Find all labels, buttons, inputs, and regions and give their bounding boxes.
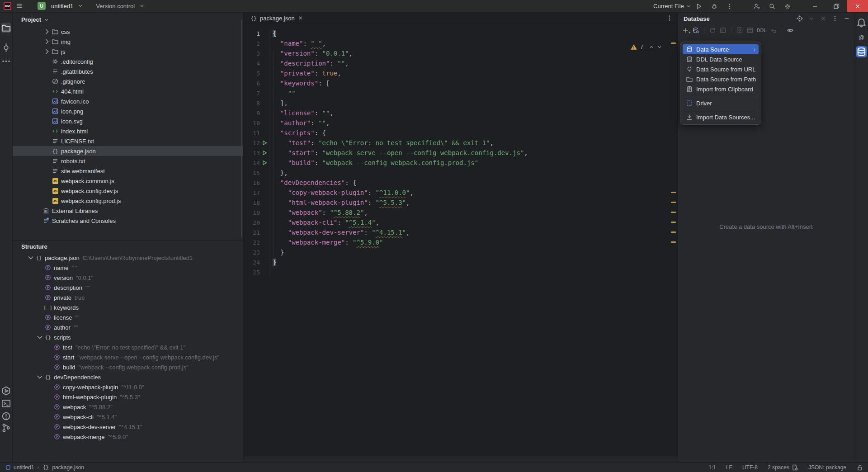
project-item-robots-txt[interactable]: robots.txt (13, 156, 243, 166)
project-item-site-webmanifest[interactable]: site.webmanifest (13, 166, 243, 176)
code-line-18[interactable]: 18 "html-webpack-plugin": "^5.5.3", (244, 198, 678, 208)
structure-item-keywords[interactable]: [ ] keywords (13, 302, 243, 312)
ai-assistant-button[interactable]: @ (856, 32, 867, 43)
code-line-4[interactable]: 4 "description": "", (244, 58, 678, 68)
code-line-17[interactable]: 17 "copy-webpack-plugin": "^11.0.0", (244, 188, 678, 198)
locate-button[interactable] (796, 15, 803, 22)
warning-stripe-mark[interactable] (671, 42, 676, 44)
code-with-me-icon[interactable] (753, 3, 760, 10)
expand-button[interactable] (808, 15, 815, 22)
vcs-widget[interactable]: Version control (96, 3, 135, 9)
code-line-23[interactable]: 23 } (244, 247, 678, 257)
code-line-21[interactable]: 21 "webpack-dev-server": "^4.15.1", (244, 227, 678, 237)
project-item-icon-svg[interactable]: icon.svg (13, 116, 243, 126)
project-item-webpack-config-dev-js[interactable]: JS webpack.config.dev.js (13, 186, 243, 196)
project-item-webpack-common-js[interactable]: JS webpack.common.js (13, 176, 243, 186)
run-icon[interactable] (261, 149, 268, 156)
structure-item-webpack-cli[interactable]: P webpack-cli "^5.1.4" (13, 412, 243, 422)
warning-stripe-mark[interactable] (671, 231, 676, 233)
code-line-6[interactable]: 6 "keywords": [ (244, 78, 678, 88)
structure-item-version[interactable]: P version "0.0.1" (13, 273, 243, 283)
status-file-type[interactable]: JSON: package (808, 464, 846, 471)
code-editor[interactable]: 1 { 2 "name": " ", 3 "version": "0.0.1",… (244, 24, 678, 462)
structure-item-webpack-merge[interactable]: P webpack-merge "^5.9.0" (13, 432, 243, 442)
structure-item-name[interactable]: P name " " (13, 263, 243, 273)
structure-item-scripts[interactable]: {} scripts (13, 332, 243, 342)
project-item-404-html[interactable]: 404.html (13, 86, 243, 96)
project-item-editorconfig[interactable]: .editorconfig (13, 57, 243, 66)
code-line-9[interactable]: 9 "license": "", (244, 108, 678, 118)
code-line-5[interactable]: 5 "private": true, (244, 68, 678, 78)
project-item-index-html[interactable]: index.html (13, 126, 243, 136)
debug-button[interactable] (711, 3, 718, 10)
menu-item-driver[interactable]: Driver (683, 98, 759, 108)
jump-to-console-button[interactable] (719, 27, 726, 34)
database-toolwindow-button[interactable] (856, 46, 867, 57)
project-toolwindow-button[interactable] (1, 23, 11, 33)
project-item-license-txt[interactable]: LICENSE.txt (13, 136, 243, 146)
notifications-button[interactable] (856, 17, 867, 28)
data-source-properties-button[interactable] (692, 27, 699, 34)
options-button[interactable] (831, 15, 839, 22)
commit-toolwindow-button[interactable] (1, 42, 11, 53)
main-menu-icon[interactable] (16, 2, 23, 9)
revert-button[interactable] (770, 27, 777, 34)
structure-item-build[interactable]: P build "webpack --config webpack.config… (13, 362, 243, 372)
problems-toolwindow-button[interactable] (1, 411, 11, 421)
project-item-package-json[interactable]: {} package.json (13, 146, 243, 156)
structure-item-webpack-dev-server[interactable]: P webpack-dev-server "^4.15.1" (13, 422, 243, 432)
view-options-button[interactable] (787, 27, 794, 34)
project-item-js[interactable]: js (13, 47, 243, 57)
code-line-14[interactable]: 14 "build": "webpack --config webpack.co… (244, 158, 678, 168)
close-tab-icon[interactable]: ✕ (298, 15, 303, 21)
ddl-button[interactable]: DDL (757, 28, 767, 33)
code-line-22[interactable]: 22 "webpack-merge": "^5.9.0" (244, 237, 678, 247)
project-panel-header[interactable]: Project (13, 13, 243, 27)
structure-item-html-webpack-plugin[interactable]: P html-webpack-plugin "^5.5.3" (13, 392, 243, 402)
view-data-button[interactable] (746, 27, 754, 34)
project-item-webpack-config-prod-js[interactable]: JS webpack.config.prod.js (13, 196, 243, 206)
code-line-2[interactable]: 2 "name": " ", (244, 38, 678, 48)
run-icon[interactable] (261, 139, 268, 146)
warning-stripe-mark[interactable] (671, 241, 676, 243)
settings-gear-icon[interactable] (784, 3, 791, 10)
menu-item-import-from-clipboard[interactable]: Import from Clipboard (683, 84, 759, 94)
code-line-10[interactable]: 10 "author": "", (244, 118, 678, 128)
structure-item-devdependencies[interactable]: {} devDependencies (13, 372, 243, 382)
code-line-3[interactable]: 3 "version": "0.0.1", (244, 48, 678, 58)
tab-package-json[interactable]: {} package.json ✕ (244, 13, 307, 24)
close-button[interactable] (847, 0, 868, 12)
project-item-favicon-ico[interactable]: favicon.ico (13, 96, 243, 106)
search-everywhere-icon[interactable] (769, 3, 776, 10)
project-item-css[interactable]: css (13, 27, 243, 37)
editor-options-icon[interactable] (666, 14, 673, 22)
menu-item-data-source-from-path[interactable]: Data Source from Path (683, 74, 759, 84)
code-line-24[interactable]: 24 } (244, 257, 678, 267)
code-line-20[interactable]: 20 "webpack-cli": "^5.1.4", (244, 217, 678, 227)
minimize-button[interactable] (804, 0, 826, 12)
code-line-19[interactable]: 19 "webpack": "^5.88.2", (244, 208, 678, 217)
hide-button[interactable] (843, 15, 850, 22)
structure-item-start[interactable]: P start "webpack serve --open --config w… (13, 352, 243, 362)
run-sql-button[interactable] (736, 27, 743, 34)
code-line-25[interactable]: 25 (244, 267, 678, 277)
project-scrollbar[interactable] (241, 20, 242, 237)
new-button[interactable]: ▾ (682, 27, 689, 34)
code-line-13[interactable]: 13 "start": "webpack serve --open --conf… (244, 148, 678, 158)
refresh-button[interactable] (709, 27, 716, 34)
prev-problem-icon[interactable] (649, 44, 654, 50)
run-button[interactable] (695, 3, 703, 10)
code-line-15[interactable]: 15 }, (244, 168, 678, 178)
code-line-16[interactable]: 16 "devDependencies": { (244, 178, 678, 188)
status-caret-position[interactable]: 1:1 (708, 464, 716, 471)
run-configuration-selector[interactable]: Current File (653, 3, 684, 9)
project-item-img[interactable]: img (13, 37, 243, 47)
structure-item-package-json[interactable]: {} package.json C:\Users\User\RubyminePr… (13, 253, 243, 263)
terminal-toolwindow-button[interactable] (1, 398, 11, 409)
structure-item-webpack[interactable]: P webpack "^5.88.2" (13, 402, 243, 412)
status-indent[interactable]: 2 spaces (768, 464, 798, 471)
structure-item-license[interactable]: P license "" (13, 312, 243, 322)
version-control-toolwindow-button[interactable] (1, 423, 11, 433)
restore-button[interactable] (826, 0, 847, 12)
structure-item-copy-webpack-plugin[interactable]: P copy-webpack-plugin "^11.0.0" (13, 382, 243, 392)
